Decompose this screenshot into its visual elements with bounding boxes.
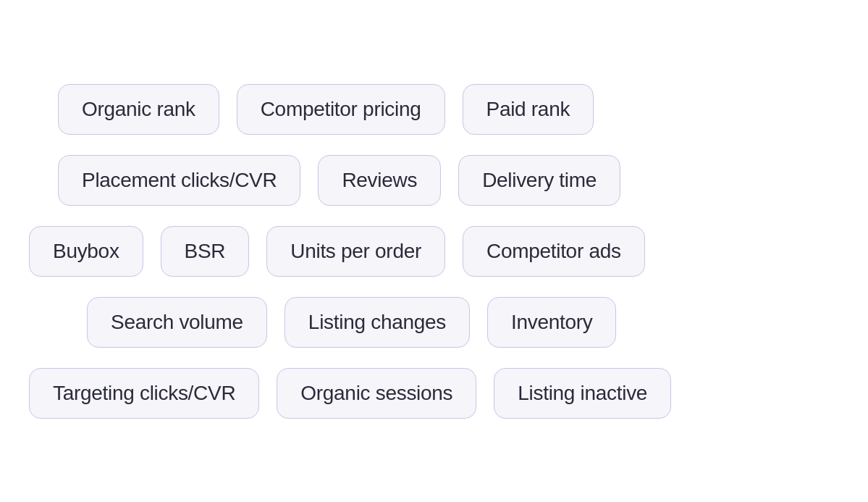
tag-listing-changes[interactable]: Listing changes xyxy=(285,297,470,348)
tag-grid: Organic rankCompetitor pricingPaid rankP… xyxy=(0,62,868,440)
tag-paid-rank[interactable]: Paid rank xyxy=(463,84,594,135)
tag-organic-sessions[interactable]: Organic sessions xyxy=(277,368,476,419)
tag-competitor-ads[interactable]: Competitor ads xyxy=(463,226,645,277)
tag-search-volume[interactable]: Search volume xyxy=(87,297,267,348)
tag-inventory[interactable]: Inventory xyxy=(487,297,616,348)
tag-units-per-order[interactable]: Units per order xyxy=(266,226,445,277)
tag-competitor-pricing[interactable]: Competitor pricing xyxy=(237,84,445,135)
row-1: Organic rankCompetitor pricingPaid rank xyxy=(29,84,839,135)
tag-listing-inactive[interactable]: Listing inactive xyxy=(494,368,671,419)
tag-delivery-time[interactable]: Delivery time xyxy=(458,155,620,206)
tag-reviews[interactable]: Reviews xyxy=(318,155,441,206)
tag-targeting-clicks-cvr[interactable]: Targeting clicks/CVR xyxy=(29,368,259,419)
row-5: Targeting clicks/CVROrganic sessionsList… xyxy=(29,368,839,419)
tag-placement-clicks-cvr[interactable]: Placement clicks/CVR xyxy=(58,155,300,206)
tag-bsr[interactable]: BSR xyxy=(161,226,250,277)
row-3: BuyboxBSRUnits per orderCompetitor ads xyxy=(29,226,839,277)
tag-buybox[interactable]: Buybox xyxy=(29,226,143,277)
tag-organic-rank[interactable]: Organic rank xyxy=(58,84,219,135)
row-2: Placement clicks/CVRReviewsDelivery time xyxy=(29,155,839,206)
row-4: Search volumeListing changesInventory xyxy=(29,297,839,348)
